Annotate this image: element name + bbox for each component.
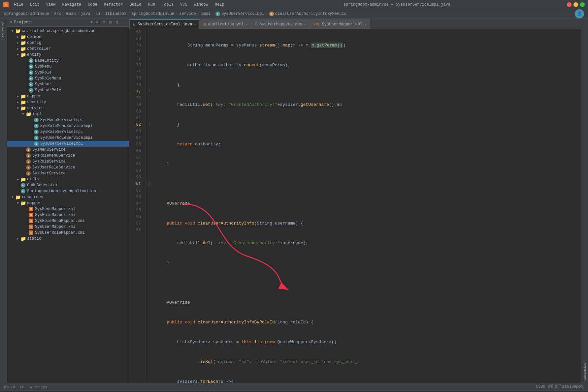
code-line-69: authority = authority.concat(menuPerms);: [156, 62, 577, 69]
tree-item-SysRoleMapper-xml[interactable]: x SysRoleMapper.xml: [7, 212, 129, 218]
menu-view[interactable]: View: [44, 2, 58, 8]
code-line-83: List<SysUser> sysUsers = this.list(new Q…: [156, 339, 577, 346]
code-editor[interactable]: 68 69 70 71 72 73 74 75 76 77 78 79 80 8…: [129, 29, 581, 383]
menu-window[interactable]: Window: [191, 2, 211, 8]
tree-item-common[interactable]: ▶ 📁 common: [7, 34, 129, 40]
tab-close-SysUserMapper-java[interactable]: ✕: [304, 22, 306, 26]
tree-item-rmapper[interactable]: ▼ 📁 mapper: [7, 200, 129, 206]
status-bar: UTF-8 LF 4 spaces 91:1: [0, 383, 588, 391]
menu-tools[interactable]: Tools: [159, 2, 176, 8]
menu-refactor[interactable]: Refactor: [101, 2, 126, 8]
left-strip: Structure: [0, 18, 7, 383]
tree-item-controller[interactable]: ▶ 📁 controller: [7, 46, 129, 52]
tree-item-SysUserServiceImpl[interactable]: C SysUserServiceImpl: [7, 141, 129, 147]
options-icon[interactable]: ⊟: [108, 20, 113, 25]
menu-build[interactable]: Build: [127, 2, 144, 8]
locate-icon[interactable]: ⊕: [95, 20, 100, 25]
tree-item-static[interactable]: ▶ 📁 static: [7, 236, 129, 242]
bc-main[interactable]: main: [66, 12, 76, 16]
tree-item-BaseEntity[interactable]: C BaseEntity: [7, 58, 129, 64]
menu-help[interactable]: Help: [212, 2, 227, 8]
code-line-85: sysUsers.forEach(u ->{: [156, 378, 577, 383]
bc-impl[interactable]: impl: [201, 12, 211, 16]
tree-item-SysUserRoleService[interactable]: I SysUserRoleService: [7, 165, 129, 170]
bc-cn[interactable]: cn: [95, 12, 100, 16]
right-strip: Structure: [581, 18, 588, 383]
tree-item-root[interactable]: ▼ 📁 cn.itbluebox.springbootadminvue: [7, 28, 129, 34]
structure-tab[interactable]: Structure: [2, 20, 5, 42]
menu-navigate[interactable]: Navigate: [59, 2, 84, 8]
maximize-button[interactable]: [580, 2, 585, 7]
bc-method-icon: m: [269, 12, 274, 16]
tree-item-SysRoleServiceImpl[interactable]: C SysRoleServiceImpl: [7, 129, 129, 135]
menu-vcs[interactable]: VCS: [178, 2, 190, 8]
close-button[interactable]: [567, 2, 572, 7]
bc-java[interactable]: java: [81, 12, 90, 16]
code-content[interactable]: String menuPerms = sysMenus.stream().map…: [153, 29, 581, 383]
tree-item-CodeGenerator[interactable]: C CodeGenerator: [7, 182, 129, 188]
bc-springbootadminvue[interactable]: springbootadminvue: [132, 12, 175, 16]
tree-item-SysRoleMenuService[interactable]: I SysRoleMenuService: [7, 153, 129, 159]
tree-item-entity[interactable]: ▼ 📁 entity: [7, 52, 129, 58]
tree-item-config[interactable]: ▶ 📁 config: [7, 40, 129, 46]
tree-item-SysRoleMenuMapper-xml[interactable]: x SysRoleMenuMapper.xml: [7, 218, 129, 224]
tree-item-SysMenuMapper-xml[interactable]: x SysMenuMapper.xml: [7, 206, 129, 212]
bc-project[interactable]: springboot-adminvue: [4, 12, 49, 16]
minimize-button[interactable]: [573, 2, 578, 7]
bc-method[interactable]: clearUserAuthorityInfoByMenuId: [275, 12, 346, 16]
menu-file[interactable]: File: [11, 2, 26, 8]
tree-item-SysUserService[interactable]: I SysUserService: [7, 170, 129, 176]
tree-item-SysMenu[interactable]: C SysMenu: [7, 64, 129, 70]
code-line-81: @Override: [156, 299, 577, 306]
bc-class[interactable]: SysUserServiceImpl: [221, 12, 264, 16]
tree-item-mapper[interactable]: ▶ 📁 mapper: [7, 93, 129, 99]
code-line-70: }: [156, 82, 577, 88]
bc-src[interactable]: src: [54, 12, 61, 16]
tree-item-SysRoleMenu[interactable]: C SysRoleMenu: [7, 75, 129, 81]
tab-close-SysUserMapper-xml[interactable]: ✕: [364, 22, 366, 26]
tab-SysUserMapper-xml[interactable]: XML SysUserMapper.xml ✕: [310, 19, 370, 29]
window-controls: [567, 2, 585, 7]
user-avatar[interactable]: 👤: [575, 9, 584, 18]
tree-item-SysUserRole[interactable]: C SysUserRole: [7, 87, 129, 93]
tree-item-SysRoleService[interactable]: I SysRoleService: [7, 159, 129, 165]
close-panel-icon[interactable]: −: [121, 20, 126, 25]
tab-application-yml[interactable]: ⚙ application.yml ✕: [200, 19, 251, 29]
tree-item-SysMenuService[interactable]: I SysMenuService: [7, 147, 129, 153]
status-linesep: LF: [20, 385, 24, 389]
project-title: Project: [14, 20, 87, 25]
tree-item-SysUserMapper-xml[interactable]: x SysUserMapper.xml: [7, 224, 129, 230]
collapse-icon[interactable]: ≡: [101, 20, 107, 25]
tree-item-SysUserRoleServiceImpl[interactable]: C SysUserRoleServiceImpl: [7, 135, 129, 141]
tab-close-SysUserServiceImpl[interactable]: ✕: [194, 22, 196, 26]
editor-gutter: ↑ ↑ ↑: [146, 29, 153, 383]
code-line-84: .inSql( column: "id", inValue: "select u…: [156, 359, 577, 365]
tab-xml-icon: XML: [313, 22, 320, 26]
tree-item-utils[interactable]: ▶ 📁 utils: [7, 176, 129, 182]
tab-SysUserMapper-java[interactable]: C SysUserMapper.java ✕: [251, 19, 310, 29]
tree-item-SysUserRoleMapper-xml[interactable]: x SysUserRoleMapper.xml: [7, 230, 129, 236]
code-line-74: }: [156, 161, 577, 167]
structure-right-tab[interactable]: Structure: [583, 361, 586, 383]
tree-item-SysMenuServiceImpl[interactable]: C SysMenuServiceImpl: [7, 117, 129, 123]
project-panel: ▼ Project ▼ ⊕ ≡ ⊟ ⚙ − ▼ 📁 cn.itbluebox.s…: [7, 18, 129, 383]
tree-item-SysRoleMenuServiceImpl[interactable]: C SysRoleMenuServiceImpl: [7, 123, 129, 129]
settings-icon[interactable]: ⚙: [114, 20, 120, 25]
tree-item-SpringbootAdminvueApplication[interactable]: C SpringbootAdminvueApplication: [7, 188, 129, 194]
tree-item-SysUser[interactable]: C SysUser: [7, 81, 129, 87]
menu-run[interactable]: Run: [145, 2, 158, 8]
tree-item-resources[interactable]: ▼ 📁 resources: [7, 194, 129, 200]
project-header: ▼ Project ▼ ⊕ ≡ ⊟ ⚙ −: [7, 18, 129, 27]
tab-close-application-yml[interactable]: ✕: [245, 22, 247, 26]
bc-itbluebox[interactable]: itbluebox: [105, 12, 126, 16]
tree-item-impl[interactable]: ▼ 📁 impl: [7, 111, 129, 117]
code-line-75: [156, 181, 577, 187]
menu-code[interactable]: Code: [85, 2, 100, 8]
bc-service[interactable]: service: [179, 12, 196, 16]
tree-item-service[interactable]: ▼ 📁 service: [7, 105, 129, 111]
project-header-icons: ⊕ ≡ ⊟ ⚙ −: [95, 20, 126, 25]
tree-item-security[interactable]: ▶ 📁 security: [7, 99, 129, 105]
tab-SysUserServiceImpl[interactable]: C SysUserServiceImpl.java ✕: [129, 19, 200, 29]
menu-edit[interactable]: Edit: [27, 2, 42, 8]
tree-item-SysRole[interactable]: C SysRole: [7, 70, 129, 75]
